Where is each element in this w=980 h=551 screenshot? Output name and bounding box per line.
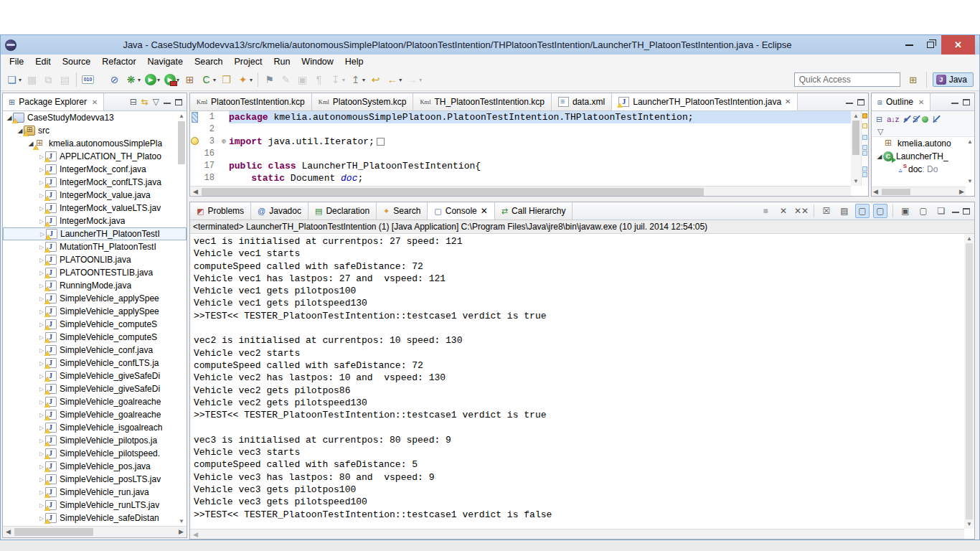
run-button[interactable]: ▶▾	[143, 71, 161, 88]
terminate-button[interactable]: ■	[758, 204, 773, 218]
scroll-right-icon[interactable]: ▶	[179, 528, 184, 535]
tree-item-runningmode-java[interactable]: ▷RunningMode.java	[3, 279, 187, 292]
annotation-mark-icon[interactable]	[862, 135, 867, 140]
console-tab-declaration[interactable]: ▤Declaration	[308, 202, 377, 220]
collapse-all-icon[interactable]: ⊟	[130, 97, 137, 107]
menu-item-source[interactable]: Source	[57, 55, 97, 68]
new-java-class-button[interactable]: C▾	[199, 71, 217, 88]
view-menu-icon[interactable]: ▽	[877, 127, 883, 136]
tree-item-mutationth-platoontesti[interactable]: ▷MutationTH_PlatoonTestI	[3, 240, 187, 253]
dropdown-arrow-icon[interactable]: ▾	[399, 77, 402, 83]
console-tab-javadoc[interactable]: @Javadoc	[251, 202, 308, 220]
scroll-down-icon[interactable]: ▼	[966, 521, 972, 527]
fold-collapsed-icon[interactable]: ⊕	[219, 136, 229, 148]
next-annotation-button[interactable]: ↧▾	[328, 71, 347, 88]
scroll-right-icon[interactable]: ▶	[959, 188, 964, 195]
outline-item-kmelia-autono[interactable]: kmelia.autono	[872, 137, 966, 150]
outline-hscrollbar[interactable]: ◀ ▶	[872, 187, 966, 196]
tree-item-simplevehicle-safedistan[interactable]: ▷SimpleVehicle_safeDistan	[3, 512, 187, 524]
search-button[interactable]: ✦▾	[235, 71, 254, 88]
scroll-lock-button[interactable]: ▤	[837, 204, 852, 218]
tree-item-simplevehicle-goalreache[interactable]: ▷SimpleVehicle_goalreache	[3, 408, 187, 421]
view-menu-icon[interactable]: ▽	[153, 97, 159, 107]
outline-tab[interactable]: ⧈ Outline ✕	[872, 93, 930, 110]
outline-item-launcherth[interactable]: ◢CLauncherTH_	[872, 150, 966, 163]
dropdown-arrow-icon[interactable]: ▾	[342, 77, 345, 83]
tree-item-simplevehicle-run-java[interactable]: ▷SimpleVehicle_run.java	[3, 486, 187, 499]
editor-marker-ruler[interactable]	[190, 136, 200, 148]
package-explorer-hscrollbar[interactable]: ◀ ▶	[3, 526, 187, 537]
back-button[interactable]: ←▾	[385, 71, 403, 88]
coverage-button[interactable]: ▶▾	[163, 71, 181, 88]
tree-item-simplevehicle-applyspee[interactable]: ▷SimpleVehicle_applySpee	[3, 305, 187, 318]
dropdown-arrow-icon[interactable]: ▾	[362, 77, 365, 83]
scroll-left-icon[interactable]: ◀	[6, 528, 11, 535]
console-tab-search[interactable]: ✦Search	[377, 202, 428, 220]
scroll-left-icon[interactable]: ◀	[193, 188, 198, 195]
editor-marker-ruler[interactable]	[190, 148, 200, 160]
close-tab-icon[interactable]: ✕	[785, 98, 791, 105]
console-tab-console[interactable]: ▢Console✕	[428, 202, 495, 220]
close-tab-icon[interactable]: ✕	[918, 98, 924, 106]
quickfix-warning-icon[interactable]	[191, 137, 199, 145]
tree-item-simplevehicle-poslts-jav[interactable]: ▷SimpleVehicle_posLTS.jav	[3, 473, 187, 486]
remove-launch-button[interactable]: ✕	[776, 204, 791, 218]
display-selected-console-button[interactable]: ▢	[916, 204, 930, 218]
outline-vscrollbar[interactable]: ▲ ▼	[966, 137, 974, 186]
annotation-mark-icon[interactable]	[862, 172, 867, 177]
scroll-up-icon[interactable]: ▲	[966, 235, 972, 242]
editor-marker-ruler[interactable]	[190, 160, 200, 172]
editor-tab-launcherth-platoontestintention-java[interactable]: LauncherTH_PlatoonTestIntention.java✕	[612, 93, 798, 110]
tree-item-casestudymodevva13[interactable]: ◢CaseStudyModevva13	[3, 111, 187, 124]
dropdown-arrow-icon[interactable]: ▾	[19, 77, 22, 83]
save-all-button[interactable]: ⧉	[41, 71, 56, 88]
menu-item-window[interactable]: Window	[296, 55, 339, 68]
tree-item-simplevehicle-conf-java[interactable]: ▷SimpleVehicle_conf.java	[3, 344, 187, 357]
outline-tree[interactable]: kmelia.autono◢CLauncherTH_▵Sdoc : Do	[872, 137, 966, 186]
minimize-panel-icon[interactable]	[952, 212, 959, 214]
tree-item-simplevehicle-computes[interactable]: ▷SimpleVehicle_computeS	[3, 318, 187, 331]
tree-item-simplevehicle-givesafedi[interactable]: ▷SimpleVehicle_giveSafeDi	[3, 382, 187, 395]
editor-hscrollbar[interactable]: ◀	[190, 186, 851, 196]
show-selected-element-button[interactable]: ▣	[295, 71, 310, 88]
link-with-editor-icon[interactable]: ⇆	[141, 97, 149, 107]
menu-item-run[interactable]: Run	[268, 55, 296, 68]
tree-item-simplevehicle-applyspee[interactable]: ▷SimpleVehicle_applySpee	[3, 292, 187, 305]
scroll-down-icon[interactable]: ▼	[967, 178, 973, 184]
annotation-mark-icon[interactable]	[862, 166, 867, 171]
annotation-mark-icon[interactable]	[862, 123, 867, 128]
menu-item-navigate[interactable]: Navigate	[142, 55, 189, 68]
remove-all-terminated-button[interactable]: ✕✕	[794, 204, 809, 218]
forward-button[interactable]: →▾	[405, 71, 423, 88]
open-console-button[interactable]: ❏	[934, 204, 948, 218]
editor-marker-ruler[interactable]	[190, 172, 200, 184]
tree-item-simplevehicle-goalreache[interactable]: ▷SimpleVehicle_goalreache	[3, 395, 187, 408]
toggle-mark-occurrences-button[interactable]: ⚑	[262, 71, 277, 88]
annotation-mark-icon[interactable]	[862, 113, 867, 118]
maximize-panel-icon[interactable]	[963, 99, 970, 105]
menu-item-file[interactable]: File	[4, 55, 29, 68]
dropdown-arrow-icon[interactable]: ▾	[213, 77, 216, 83]
tree-item-launcherth-platoontesti[interactable]: ▷LauncherTH_PlatoonTestI	[3, 227, 187, 240]
tree-item-simplevehicle-isgoalreach[interactable]: ▷SimpleVehicle_isgoalreach	[3, 421, 187, 434]
scroll-up-icon[interactable]: ▲	[179, 113, 184, 119]
scroll-left-icon[interactable]: ◀	[193, 531, 198, 538]
pin-console-button[interactable]: ▣	[898, 204, 913, 218]
scroll-up-icon[interactable]: ▲	[967, 138, 973, 145]
open-element-button[interactable]: ❒	[219, 71, 234, 88]
package-explorer-vscrollbar[interactable]: ▲ ▼	[176, 111, 187, 526]
maximize-panel-icon[interactable]	[963, 208, 970, 215]
scroll-left-icon[interactable]: ◀	[873, 188, 878, 195]
tree-item-integermock-value-java[interactable]: ▷IntegerMock_value.java	[3, 189, 187, 202]
maximize-panel-icon[interactable]	[857, 99, 864, 105]
menu-item-project[interactable]: Project	[229, 55, 268, 68]
menu-item-help[interactable]: Help	[339, 55, 369, 68]
tree-item-simplevehicle-pilotspeed[interactable]: ▷SimpleVehicle_pilotspeed.	[3, 447, 187, 460]
tree-item-kmelia-autonomoussimplepla[interactable]: ◢kmelia.autonomousSimplePla	[3, 137, 187, 150]
dropdown-arrow-icon[interactable]: ▾	[419, 77, 422, 83]
dropdown-arrow-icon[interactable]: ▾	[250, 77, 253, 83]
annotation-mark-icon[interactable]	[862, 151, 867, 156]
console-hscrollbar[interactable]: ◀	[190, 529, 964, 539]
editor-tab-platoonsystem-kcp[interactable]: KmlPlatoonSystem.kcp	[312, 93, 414, 110]
scroll-down-icon[interactable]: ▼	[853, 178, 859, 184]
